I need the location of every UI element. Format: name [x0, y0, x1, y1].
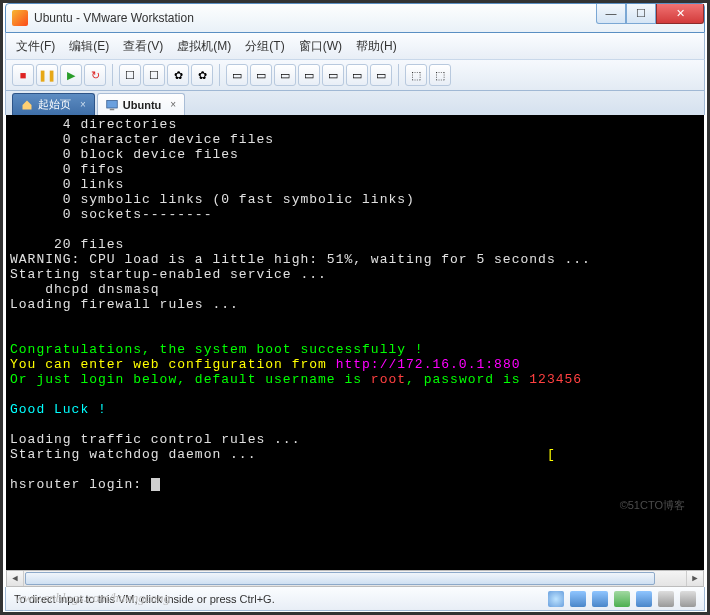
view-f-button[interactable]: ▭ [346, 64, 368, 86]
network-icon[interactable] [614, 591, 630, 607]
term-bracket: [ [256, 447, 555, 462]
reset-button[interactable]: ↻ [84, 64, 106, 86]
tab-home-label: 起始页 [38, 97, 71, 112]
term-line: 0 symbolic links (0 fast symbolic links) [10, 192, 415, 207]
app-window: Ubuntu - VMware Workstation — ☐ ✕ 文件(F) … [5, 3, 705, 608]
view-c-button[interactable]: ▭ [274, 64, 296, 86]
term-webconf-url: http://172.16.0.1:880 [336, 357, 521, 372]
menu-window[interactable]: 窗口(W) [299, 38, 342, 55]
term-line: 20 files [10, 237, 124, 252]
scroll-right-button[interactable]: ► [686, 571, 703, 586]
term-goodluck: Good Luck ! [10, 402, 107, 417]
tab-home-close[interactable]: × [80, 99, 86, 110]
menu-tabs[interactable]: 分组(T) [245, 38, 284, 55]
snapshot-button[interactable]: ☐ [119, 64, 141, 86]
term-line: Loading firewall rules ... [10, 297, 239, 312]
app-icon [12, 10, 28, 26]
term-line: WARNING: CPU load is a little high: 51%,… [10, 252, 591, 267]
screenshot-button[interactable]: ✿ [167, 64, 189, 86]
usb-icon[interactable] [636, 591, 652, 607]
scroll-left-button[interactable]: ◄ [7, 571, 24, 586]
tab-ubuntu[interactable]: Ubuntu × [97, 93, 185, 115]
view-d-button[interactable]: ▭ [298, 64, 320, 86]
titlebar[interactable]: Ubuntu - VMware Workstation — ☐ ✕ [5, 3, 705, 33]
tabbar: 起始页 × Ubuntu × [5, 91, 705, 115]
term-login-a: Or just login below, default username is [10, 372, 371, 387]
separator [398, 64, 399, 86]
floppy-icon[interactable] [570, 591, 586, 607]
term-login-pass: 123456 [529, 372, 582, 387]
window-controls: — ☐ ✕ [596, 4, 704, 24]
term-line: 0 fifos [10, 162, 124, 177]
toolbar: ■ ❚❚ ▶ ↻ ☐ ☐ ✿ ✿ ▭ ▭ ▭ ▭ ▭ ▭ ▭ ⬚ ⬚ [5, 59, 705, 91]
svg-rect-1 [110, 108, 115, 110]
view-a-button[interactable]: ▭ [226, 64, 248, 86]
snapshot-mgr-button[interactable]: ☐ [143, 64, 165, 86]
term-line: dhcpd dnsmasq [10, 282, 160, 297]
menu-help[interactable]: 帮助(H) [356, 38, 397, 55]
sound-icon[interactable] [658, 591, 674, 607]
cursor-icon [151, 478, 160, 491]
menu-edit[interactable]: 编辑(E) [69, 38, 109, 55]
term-line: Starting watchdog daemon ... [10, 447, 256, 462]
term-line: 0 block device files [10, 147, 239, 162]
window-title: Ubuntu - VMware Workstation [34, 11, 194, 25]
status-icons [548, 591, 696, 607]
term-line: 0 sockets-------- [10, 207, 212, 222]
view-e-button[interactable]: ▭ [322, 64, 344, 86]
minimize-button[interactable]: — [596, 4, 626, 24]
terminal[interactable]: 4 directories 0 character device files 0… [6, 115, 704, 570]
unity-button[interactable]: ⬚ [405, 64, 427, 86]
term-line: 4 directories [10, 117, 177, 132]
term-login-c: , password is [406, 372, 529, 387]
maximize-button[interactable]: ☐ [626, 4, 656, 24]
watermark: www.cnblogs.com/huangcong [15, 590, 170, 606]
view-g-button[interactable]: ▭ [370, 64, 392, 86]
term-line: 0 character device files [10, 132, 274, 147]
svg-rect-0 [107, 100, 118, 108]
term-line: 0 links [10, 177, 124, 192]
term-line: Loading traffic control rules ... [10, 432, 300, 447]
watermark-2: ©51CTO博客 [620, 498, 685, 513]
term-line: Starting startup-enabled service ... [10, 267, 327, 282]
term-congrats: Congratulations, the system boot success… [10, 342, 424, 357]
play-button[interactable]: ▶ [60, 64, 82, 86]
close-button[interactable]: ✕ [656, 4, 704, 24]
tab-home[interactable]: 起始页 × [12, 93, 95, 115]
menu-vm[interactable]: 虚拟机(M) [177, 38, 231, 55]
settings-button[interactable]: ✿ [191, 64, 213, 86]
term-webconf-a: You can enter web configuration from [10, 357, 336, 372]
separator [112, 64, 113, 86]
monitor-icon [106, 99, 118, 111]
separator [219, 64, 220, 86]
menu-file[interactable]: 文件(F) [16, 38, 55, 55]
horizontal-scrollbar[interactable]: ◄ ► [6, 570, 704, 587]
home-icon [21, 99, 33, 111]
poweroff-button[interactable]: ■ [12, 64, 34, 86]
menubar: 文件(F) 编辑(E) 查看(V) 虚拟机(M) 分组(T) 窗口(W) 帮助(… [5, 33, 705, 59]
tab-ubuntu-label: Ubuntu [123, 99, 161, 111]
view-b-button[interactable]: ▭ [250, 64, 272, 86]
printer-icon[interactable] [680, 591, 696, 607]
disk-icon[interactable] [592, 591, 608, 607]
menu-view[interactable]: 查看(V) [123, 38, 163, 55]
term-login-user: root [371, 372, 406, 387]
fullscreen-button[interactable]: ⬚ [429, 64, 451, 86]
cdrom-icon[interactable] [548, 591, 564, 607]
tab-ubuntu-close[interactable]: × [170, 99, 176, 110]
scroll-thumb[interactable] [25, 572, 655, 585]
pause-button[interactable]: ❚❚ [36, 64, 58, 86]
term-login-prompt: hsrouter login: [10, 477, 151, 492]
